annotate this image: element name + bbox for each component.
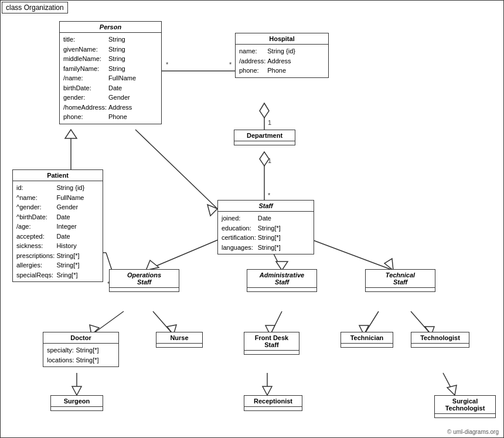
class-patient-title: Patient [13, 170, 103, 181]
class-surgical-technologist-title: Surgical Technologist [435, 396, 495, 414]
class-department-title: Department [234, 130, 295, 141]
class-patient-body: id:String {id} ^name:FullName ^gender:Ge… [13, 181, 103, 281]
svg-line-19 [146, 235, 229, 270]
class-receptionist: Receptionist [244, 395, 302, 411]
class-administrative-staff: Administrative Staff [247, 269, 317, 292]
class-surgical-technologist: Surgical Technologist [434, 395, 496, 418]
class-technical-staff-body [366, 288, 435, 291]
class-technical-staff-title: Technical Staff [366, 270, 435, 288]
svg-line-39 [443, 373, 455, 395]
diagram-container: class Organization * * 1 * 1 * * * [0, 0, 504, 438]
class-person-title: Person [60, 22, 161, 33]
class-technician-title: Technician [341, 332, 393, 344]
svg-line-25 [91, 311, 124, 335]
svg-marker-4 [260, 103, 269, 118]
class-person-body: title:String givenName:String middleName… [60, 33, 161, 124]
class-receptionist-title: Receptionist [244, 396, 302, 407]
svg-text:1: 1 [268, 119, 271, 126]
class-surgeon-title: Surgeon [51, 396, 103, 407]
class-doctor-title: Doctor [43, 332, 118, 344]
class-patient: Patient id:String {id} ^name:FullName ^g… [12, 169, 103, 282]
class-person: Person title:String givenName:String mid… [59, 21, 162, 124]
class-operations-staff-body [110, 288, 179, 291]
class-nurse-title: Nurse [156, 332, 202, 344]
svg-line-33 [411, 311, 431, 335]
class-technologist-title: Technologist [411, 332, 469, 344]
class-administrative-staff-title: Administrative Staff [247, 270, 316, 288]
svg-marker-36 [72, 386, 81, 395]
class-surgical-technologist-body [435, 414, 495, 417]
svg-text:*: * [166, 61, 169, 68]
class-technical-staff: Technical Staff [365, 269, 435, 292]
class-administrative-staff-body [247, 288, 316, 291]
class-hospital: Hospital name:String {id} /address:Addre… [235, 33, 329, 78]
class-front-desk-staff: Front Desk Staff [244, 332, 299, 355]
class-staff-title: Staff [218, 201, 314, 212]
svg-text:*: * [229, 61, 232, 68]
svg-line-29 [270, 311, 282, 335]
svg-text:*: * [268, 192, 271, 199]
class-hospital-title: Hospital [236, 33, 328, 45]
class-front-desk-staff-body [244, 351, 299, 354]
svg-marker-8 [260, 152, 269, 166]
class-hospital-body: name:String {id} /address:Address phone:… [236, 45, 328, 77]
svg-line-27 [153, 311, 173, 335]
svg-text:1: 1 [268, 157, 271, 164]
class-front-desk-staff-title: Front Desk Staff [244, 332, 299, 351]
class-department: Department [234, 130, 295, 145]
class-operations-staff: Operations Staff [109, 269, 179, 292]
copyright: © uml-diagrams.org [447, 429, 499, 435]
class-nurse: Nurse [156, 332, 203, 348]
class-technologist-body [411, 344, 469, 347]
svg-marker-12 [65, 130, 77, 138]
svg-marker-24 [384, 259, 393, 270]
class-department-body [234, 141, 295, 145]
class-technician-body [341, 344, 393, 347]
svg-line-13 [135, 130, 217, 209]
class-staff: Staff joined:Date education:String[*] ce… [217, 200, 314, 254]
class-receptionist-body [244, 407, 302, 410]
class-technician: Technician [340, 332, 393, 348]
class-doctor: Doctor specialty:String[*] locations:Str… [43, 332, 119, 367]
svg-marker-14 [207, 205, 217, 216]
class-surgeon-body [51, 407, 103, 410]
svg-line-31 [364, 311, 379, 335]
class-staff-body: joined:Date education:String[*] certific… [218, 212, 314, 254]
svg-marker-38 [263, 386, 272, 395]
class-technologist: Technologist [411, 332, 469, 348]
class-doctor-body: specialty:String[*] locations:String[*] [43, 344, 118, 366]
class-operations-staff-title: Operations Staff [110, 270, 179, 288]
frame-label: class Organization [2, 2, 68, 13]
svg-marker-40 [447, 385, 457, 395]
class-surgeon: Surgeon [50, 395, 103, 411]
class-nurse-body [156, 344, 202, 347]
